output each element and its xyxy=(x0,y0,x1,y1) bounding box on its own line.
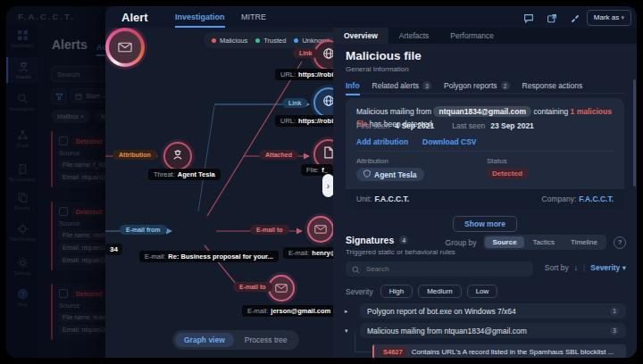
status-detected-badge: Detected xyxy=(487,168,528,179)
download-csv-link[interactable]: Download CSV xyxy=(422,137,476,146)
collapsed-count-badge[interactable]: 34 xyxy=(105,244,122,255)
shield-icon xyxy=(363,170,371,179)
globe-icon xyxy=(322,47,333,63)
chevron-down-icon: ▾ xyxy=(621,14,624,21)
signature-code-badge: S4627 xyxy=(380,347,406,357)
app-window: F.A.C.C.T. Dashboard Attacks Investigati… xyxy=(6,6,637,358)
search-icon xyxy=(352,261,360,277)
graph-view-button[interactable]: Graph view xyxy=(175,333,234,347)
last-seen-value: 23 Sep 2021 xyxy=(490,121,534,130)
seen-row: First seen4 Sep 2021 Last seen23 Sep 202… xyxy=(356,121,534,130)
panel-collapse-handle[interactable]: › xyxy=(322,174,333,197)
signatures-search-input[interactable] xyxy=(364,264,511,274)
tooltip-threat: Threat:Agent Tesla xyxy=(148,169,221,180)
signatures-count-badge: 4 xyxy=(399,236,408,244)
panel-body: Malicious file General Information Info … xyxy=(333,44,637,358)
signature-group-row[interactable]: Polygon report of bot.exe on Windows 7/x… xyxy=(360,303,626,318)
detail-panel: Overview Artefacts Performance Malicious… xyxy=(333,28,637,358)
graph-view-toggle: Graph view Process tree xyxy=(172,330,299,350)
group-by-control: Group by Source Tactics Timeline ? xyxy=(446,235,626,250)
tab-mitre[interactable]: MITRE xyxy=(241,12,266,21)
severity-bar xyxy=(372,344,374,358)
edge-label-attribution: Attribution xyxy=(113,150,157,160)
email-chip: ntquan1834@gmail.com xyxy=(433,106,531,117)
severity-medium-chip[interactable]: Medium xyxy=(418,285,461,298)
group-by-segmented: Source Tactics Timeline xyxy=(483,235,606,250)
link-icon[interactable] xyxy=(570,12,580,22)
show-more-button[interactable]: Show more xyxy=(453,216,517,232)
attribution-badge[interactable]: Agent Tesla xyxy=(356,168,424,181)
screenshot-stage: F.A.C.C.T. Dashboard Attacks Investigati… xyxy=(0,0,643,364)
tab-artefacts[interactable]: Artefacts xyxy=(388,28,440,44)
row-count-badge: 1 xyxy=(610,307,619,316)
polygon-count-badge: 2 xyxy=(501,81,510,90)
related-count-badge: 3 xyxy=(422,81,431,90)
modal-backdrop xyxy=(6,6,105,358)
tooltip-email-henry: E-mail:henry@g xyxy=(283,247,333,259)
status-label: Status xyxy=(487,157,507,165)
add-attribution-link[interactable]: Add atribution xyxy=(356,137,408,146)
node-threat-agent-tesla[interactable] xyxy=(163,142,192,170)
envelope-icon xyxy=(314,221,327,237)
group-by-tactics[interactable]: Tactics xyxy=(526,236,562,248)
panel-scrollbar[interactable] xyxy=(633,79,636,186)
subtab-related-alerts[interactable]: Related alerts3 xyxy=(372,81,431,90)
open-in-new-icon[interactable] xyxy=(547,12,557,22)
detail-subtabs: Info Related alerts3 Polygon reports2 Re… xyxy=(346,79,624,94)
sort-field-dropdown[interactable]: Severity ▾ xyxy=(590,263,626,272)
summary-card: Malicious mailing from ntquan1834@gmail.… xyxy=(346,98,624,209)
comment-icon[interactable] xyxy=(523,12,534,22)
signature-group-row[interactable]: Malicious mailing from ntquan1834@gmail.… xyxy=(360,323,626,338)
edge-label-link-blue: Link xyxy=(282,98,307,108)
signatures-search[interactable] xyxy=(346,261,533,277)
signatures-help-icon[interactable]: ? xyxy=(614,236,626,249)
tab-overview[interactable]: Overview xyxy=(333,28,388,44)
node-email-henry[interactable] xyxy=(307,216,333,243)
globe-icon xyxy=(322,95,333,111)
tab-investigation[interactable]: Investigation xyxy=(175,12,225,28)
card-footer: Unit:F.A.C.C.T. Company:F.A.C.C.T. xyxy=(346,189,624,209)
row-count-badge: 3 xyxy=(610,327,619,335)
severity-low-chip[interactable]: Low xyxy=(467,285,498,298)
chevron-down-icon: ▾ xyxy=(622,263,626,272)
spy-icon xyxy=(171,148,184,164)
severity-high-chip[interactable]: High xyxy=(380,285,413,298)
unit-value: F.A.C.C.T. xyxy=(374,194,409,203)
file-icon xyxy=(323,146,333,162)
subtab-polygon-reports[interactable]: Polygon reports2 xyxy=(444,81,510,90)
envelope-icon xyxy=(275,280,288,296)
investigation-graph[interactable]: Malicious Trusted Unknown Attribut xyxy=(105,28,333,358)
detail-subtitle: General Information xyxy=(346,65,409,73)
group-by-timeline[interactable]: Timeline xyxy=(564,236,605,248)
signatures-title: Signatures 4 xyxy=(346,235,408,245)
sort-direction-icon[interactable]: ↓ xyxy=(574,263,578,272)
edge-label-email-to-1: E-mail to xyxy=(250,225,289,235)
process-tree-button[interactable]: Process tree xyxy=(236,333,296,347)
tab-performance[interactable]: Performance xyxy=(439,28,505,44)
detail-title: Malicious file xyxy=(346,49,422,62)
subtab-info[interactable]: Info xyxy=(346,81,360,95)
tooltip-email-jerson: E-mail:jerson@gmail.com xyxy=(242,305,333,317)
sort-control: Sort by ↓ | Severity ▾ xyxy=(545,263,626,272)
row-caret-expanded[interactable]: ▾ xyxy=(345,327,348,335)
tooltip-email-central: E-mail:Re: Business proposal for your... xyxy=(139,251,279,262)
mark-as-button[interactable]: Mark as ▾ xyxy=(587,10,631,26)
edge-label-link-red: Link xyxy=(293,48,318,58)
signature-detail-row[interactable]: S4627 Contains URL's A record listed in … xyxy=(372,344,626,358)
company-value[interactable]: F.A.C.C.T. xyxy=(579,194,614,203)
signatures-subtitle: Triggered static or behavioral rules xyxy=(346,248,455,256)
row-caret-collapsed[interactable]: ▸ xyxy=(345,308,348,315)
tooltip-url-2: URL:https://robin.i xyxy=(275,115,333,127)
tree-connector xyxy=(355,331,372,352)
edge-label-email-to-2: E-mail to xyxy=(233,282,272,292)
severity-filter-row: Severity High Medium Low xyxy=(346,285,497,298)
edge-label-email-from: E-mail from xyxy=(120,225,167,235)
alert-modal: Alert Investigation MITRE Mark as ▾ Mali… xyxy=(105,6,637,358)
first-seen-value: 4 Sep 2021 xyxy=(395,121,434,130)
subtab-response-actions[interactable]: Response actions xyxy=(522,81,583,90)
card-links: Add atribution Download CSV xyxy=(356,137,477,146)
group-by-source[interactable]: Source xyxy=(485,236,523,248)
tooltip-url-1: URL:https://robin.i xyxy=(275,69,333,80)
edge-label-attached: Attached xyxy=(259,150,298,160)
modal-title: Alert xyxy=(121,11,148,24)
